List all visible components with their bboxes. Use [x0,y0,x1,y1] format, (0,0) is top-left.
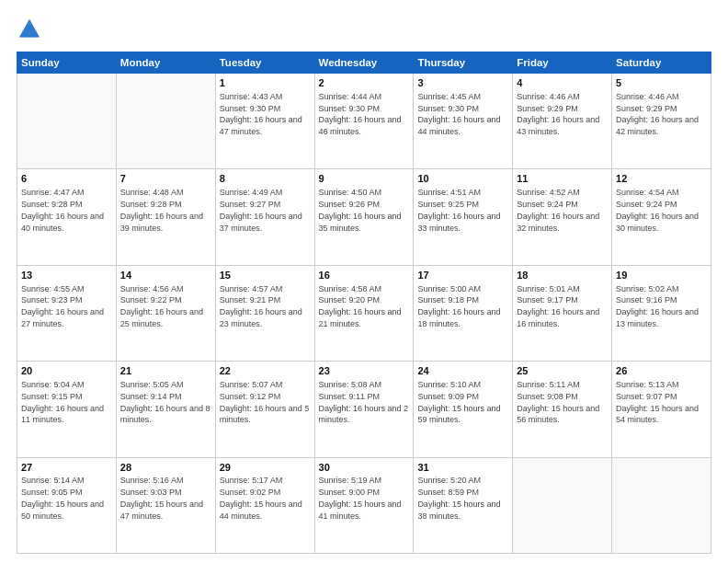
day-number: 23 [319,364,410,378]
calendar-cell: 26Sunrise: 5:13 AM Sunset: 9:07 PM Dayli… [612,362,711,457]
day-number: 5 [616,76,707,90]
calendar-cell [612,457,711,553]
cell-info: Sunrise: 4:56 AM Sunset: 9:22 PM Dayligh… [120,284,203,328]
day-number: 21 [120,364,211,378]
weekday-header: Tuesday [215,52,314,74]
day-number: 19 [616,269,707,282]
calendar-cell: 5Sunrise: 4:46 AM Sunset: 9:29 PM Daylig… [612,74,711,169]
day-number: 2 [319,76,410,90]
cell-info: Sunrise: 5:20 AM Sunset: 8:59 PM Dayligh… [417,476,500,520]
cell-info: Sunrise: 5:08 AM Sunset: 9:11 PM Dayligh… [319,380,409,424]
cell-info: Sunrise: 5:14 AM Sunset: 9:05 PM Dayligh… [21,476,104,520]
day-number: 25 [517,364,608,378]
calendar-cell: 22Sunrise: 5:07 AM Sunset: 9:12 PM Dayli… [215,362,314,457]
calendar-cell: 11Sunrise: 4:52 AM Sunset: 9:24 PM Dayli… [513,169,612,265]
calendar-cell: 2Sunrise: 4:44 AM Sunset: 9:30 PM Daylig… [314,74,414,169]
cell-info: Sunrise: 4:57 AM Sunset: 9:21 PM Dayligh… [220,284,302,328]
day-number: 30 [319,461,410,475]
cell-info: Sunrise: 4:45 AM Sunset: 9:30 PM Dayligh… [417,92,500,136]
day-number: 28 [120,461,211,475]
cell-info: Sunrise: 4:46 AM Sunset: 9:29 PM Dayligh… [616,92,699,136]
calendar-cell: 31Sunrise: 5:20 AM Sunset: 8:59 PM Dayli… [414,457,513,553]
calendar-cell: 10Sunrise: 4:51 AM Sunset: 9:25 PM Dayli… [414,169,513,265]
cell-info: Sunrise: 4:51 AM Sunset: 9:25 PM Dayligh… [417,188,500,232]
calendar-week-row: 20Sunrise: 5:04 AM Sunset: 9:15 PM Dayli… [17,362,711,457]
calendar-cell: 9Sunrise: 4:50 AM Sunset: 9:26 PM Daylig… [314,169,414,265]
cell-info: Sunrise: 4:43 AM Sunset: 9:30 PM Dayligh… [220,92,302,136]
calendar-table: SundayMondayTuesdayWednesdayThursdayFrid… [17,52,711,554]
calendar-cell [513,457,612,553]
day-number: 31 [417,461,508,475]
cell-info: Sunrise: 5:04 AM Sunset: 9:15 PM Dayligh… [21,380,104,424]
calendar-cell: 1Sunrise: 4:43 AM Sunset: 9:30 PM Daylig… [215,74,314,169]
calendar-cell: 20Sunrise: 5:04 AM Sunset: 9:15 PM Dayli… [17,362,117,457]
cell-info: Sunrise: 4:58 AM Sunset: 9:20 PM Dayligh… [319,284,402,328]
logo-icon [17,17,42,42]
cell-info: Sunrise: 5:02 AM Sunset: 9:16 PM Dayligh… [616,284,699,328]
day-number: 24 [417,364,508,378]
calendar-cell: 7Sunrise: 4:48 AM Sunset: 9:28 PM Daylig… [116,169,215,265]
header [17,17,711,42]
weekday-header: Friday [513,52,612,74]
day-number: 1 [220,76,311,90]
page: SundayMondayTuesdayWednesdayThursdayFrid… [0,0,728,563]
calendar-cell: 17Sunrise: 5:00 AM Sunset: 9:18 PM Dayli… [414,265,513,361]
cell-info: Sunrise: 5:00 AM Sunset: 9:18 PM Dayligh… [417,284,500,328]
cell-info: Sunrise: 5:11 AM Sunset: 9:08 PM Dayligh… [517,380,599,424]
cell-info: Sunrise: 5:17 AM Sunset: 9:02 PM Dayligh… [220,476,302,520]
cell-info: Sunrise: 4:47 AM Sunset: 9:28 PM Dayligh… [21,188,104,232]
cell-info: Sunrise: 5:01 AM Sunset: 9:17 PM Dayligh… [517,284,599,328]
calendar-cell: 8Sunrise: 4:49 AM Sunset: 9:27 PM Daylig… [215,169,314,265]
cell-info: Sunrise: 5:13 AM Sunset: 9:07 PM Dayligh… [616,380,699,424]
calendar-cell: 15Sunrise: 4:57 AM Sunset: 9:21 PM Dayli… [215,265,314,361]
day-number: 26 [616,364,707,378]
cell-info: Sunrise: 5:16 AM Sunset: 9:03 PM Dayligh… [120,476,203,520]
cell-info: Sunrise: 4:44 AM Sunset: 9:30 PM Dayligh… [319,92,402,136]
weekday-header: Monday [116,52,215,74]
day-number: 12 [616,172,707,186]
weekday-header: Saturday [612,52,711,74]
cell-info: Sunrise: 5:10 AM Sunset: 9:09 PM Dayligh… [417,380,500,424]
day-number: 14 [120,269,211,282]
day-number: 17 [417,269,508,282]
cell-info: Sunrise: 4:46 AM Sunset: 9:29 PM Dayligh… [517,92,599,136]
calendar-cell: 6Sunrise: 4:47 AM Sunset: 9:28 PM Daylig… [17,169,117,265]
cell-info: Sunrise: 4:50 AM Sunset: 9:26 PM Dayligh… [319,188,402,232]
day-number: 13 [21,269,112,282]
calendar-cell: 28Sunrise: 5:16 AM Sunset: 9:03 PM Dayli… [116,457,215,553]
day-number: 29 [220,461,311,475]
cell-info: Sunrise: 4:52 AM Sunset: 9:24 PM Dayligh… [517,188,599,232]
calendar-cell: 3Sunrise: 4:45 AM Sunset: 9:30 PM Daylig… [414,74,513,169]
calendar-cell: 13Sunrise: 4:55 AM Sunset: 9:23 PM Dayli… [17,265,117,361]
calendar-cell: 29Sunrise: 5:17 AM Sunset: 9:02 PM Dayli… [215,457,314,553]
calendar-cell: 12Sunrise: 4:54 AM Sunset: 9:24 PM Dayli… [612,169,711,265]
cell-info: Sunrise: 5:19 AM Sunset: 9:00 PM Dayligh… [319,476,402,520]
weekday-header: Wednesday [314,52,414,74]
calendar-cell: 4Sunrise: 4:46 AM Sunset: 9:29 PM Daylig… [513,74,612,169]
day-number: 20 [21,364,112,378]
calendar-cell: 18Sunrise: 5:01 AM Sunset: 9:17 PM Dayli… [513,265,612,361]
calendar-header-row: SundayMondayTuesdayWednesdayThursdayFrid… [17,52,711,74]
day-number: 4 [517,76,608,90]
day-number: 9 [319,172,410,186]
weekday-header: Sunday [17,52,117,74]
calendar-cell: 24Sunrise: 5:10 AM Sunset: 9:09 PM Dayli… [414,362,513,457]
calendar-cell: 27Sunrise: 5:14 AM Sunset: 9:05 PM Dayli… [17,457,117,553]
calendar-cell: 25Sunrise: 5:11 AM Sunset: 9:08 PM Dayli… [513,362,612,457]
day-number: 22 [220,364,311,378]
day-number: 27 [21,461,112,475]
day-number: 16 [319,269,410,282]
calendar-cell: 16Sunrise: 4:58 AM Sunset: 9:20 PM Dayli… [314,265,414,361]
day-number: 15 [220,269,311,282]
cell-info: Sunrise: 4:49 AM Sunset: 9:27 PM Dayligh… [220,188,302,232]
weekday-header: Thursday [414,52,513,74]
calendar-cell: 30Sunrise: 5:19 AM Sunset: 9:00 PM Dayli… [314,457,414,553]
calendar-cell: 21Sunrise: 5:05 AM Sunset: 9:14 PM Dayli… [116,362,215,457]
day-number: 6 [21,172,112,186]
cell-info: Sunrise: 4:48 AM Sunset: 9:28 PM Dayligh… [120,188,203,232]
day-number: 18 [517,269,608,282]
calendar-week-row: 6Sunrise: 4:47 AM Sunset: 9:28 PM Daylig… [17,169,711,265]
cell-info: Sunrise: 4:55 AM Sunset: 9:23 PM Dayligh… [21,284,104,328]
calendar-cell: 23Sunrise: 5:08 AM Sunset: 9:11 PM Dayli… [314,362,414,457]
calendar-cell [116,74,215,169]
